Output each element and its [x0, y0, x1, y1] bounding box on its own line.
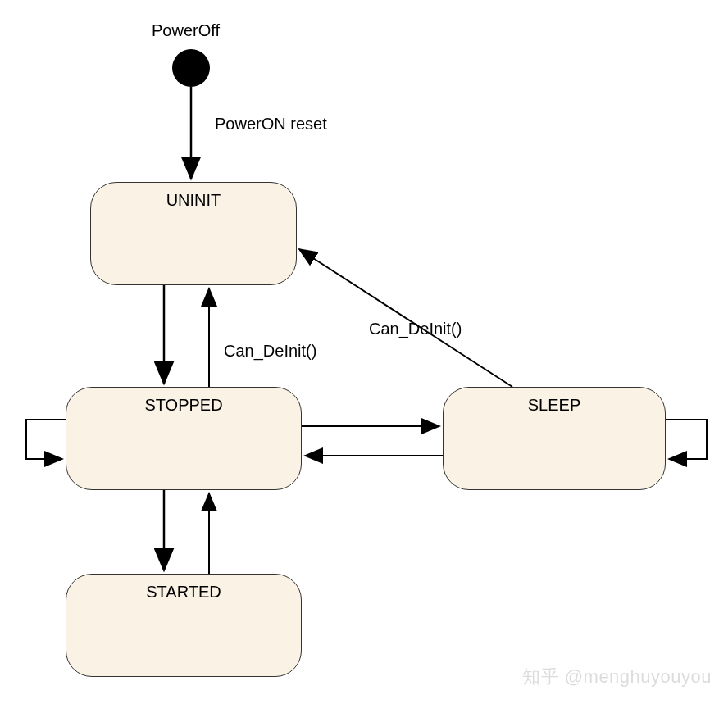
- state-stopped: STOPPED: [66, 387, 302, 490]
- transition-label-deinit-sleep: Can_DeInit(): [369, 320, 462, 338]
- initial-state-label: PowerOff: [152, 21, 220, 40]
- state-started-label: STARTED: [146, 583, 221, 601]
- transition-label-power-on: PowerON reset: [215, 115, 327, 134]
- state-diagram: PowerOff UNINIT STOPPED SLEEP STARTED Po…: [0, 0, 728, 704]
- state-started: STARTED: [66, 574, 302, 677]
- svg-line-7: [299, 249, 512, 387]
- state-uninit: UNINIT: [90, 182, 297, 285]
- state-sleep-label: SLEEP: [528, 396, 580, 414]
- watermark: 知乎 @menghuyouyou: [522, 665, 712, 689]
- state-uninit-label: UNINIT: [166, 191, 221, 209]
- initial-state-dot: [172, 49, 210, 87]
- state-sleep: SLEEP: [443, 387, 666, 490]
- state-stopped-label: STOPPED: [144, 396, 222, 414]
- transition-label-deinit-stopped: Can_DeInit(): [224, 342, 316, 361]
